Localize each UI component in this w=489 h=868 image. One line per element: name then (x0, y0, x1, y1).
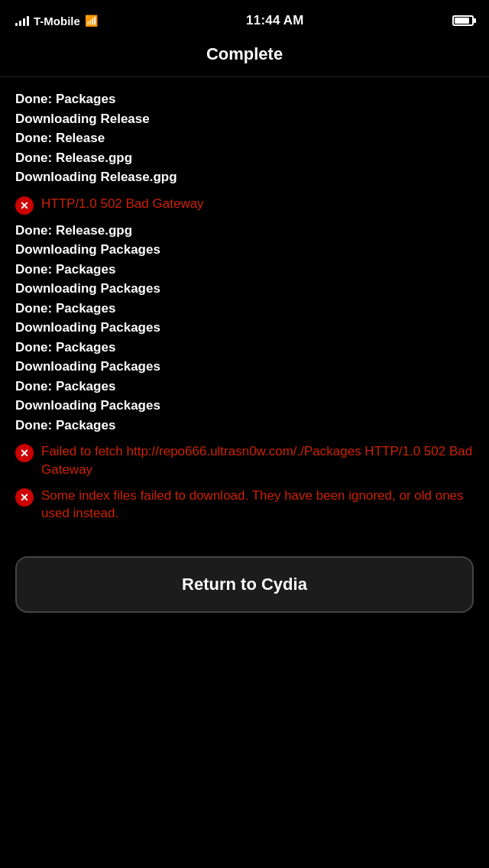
log-line: Done: Release (15, 128, 474, 148)
log-line: Done: Packages (15, 416, 474, 436)
log-line: Downloading Packages (15, 279, 474, 299)
carrier-label: T-Mobile (34, 15, 80, 28)
error-text-3: Some index files failed to download. The… (41, 487, 474, 523)
log-line: Downloading Packages (15, 318, 474, 338)
log-content: Done: Packages Downloading Release Done:… (0, 77, 489, 541)
log-section-1: Done: Packages Downloading Release Done:… (15, 89, 474, 187)
log-line: Done: Release.gpg (15, 221, 474, 241)
log-line: Downloading Release (15, 109, 474, 129)
error-icon-3 (15, 488, 34, 507)
error-icon-1 (15, 196, 34, 215)
error-text-1: HTTP/1.0 502 Bad Gateway (41, 195, 474, 213)
battery-icon (452, 15, 474, 26)
log-line: Downloading Packages (15, 357, 474, 377)
status-time: 11:44 AM (246, 13, 304, 28)
log-line: Done: Packages (15, 89, 474, 109)
status-left: T-Mobile 📶 (15, 15, 98, 28)
nav-header: Complete (0, 38, 489, 77)
log-line: Done: Packages (15, 338, 474, 358)
error-row-2: Failed to fetch http://repo666.ultrasn0w… (15, 442, 474, 479)
log-line: Done: Packages (15, 299, 474, 319)
log-line: Done: Release.gpg (15, 148, 474, 168)
wifi-icon: 📶 (85, 15, 98, 27)
error-icon-2 (15, 444, 34, 462)
log-line: Done: Packages (15, 260, 474, 280)
bottom-area: Return to Cydia (0, 541, 489, 643)
page-title: Complete (15, 44, 474, 64)
log-section-2: Done: Release.gpg Downloading Packages D… (15, 221, 474, 436)
battery-fill (455, 18, 469, 24)
status-right (452, 15, 474, 26)
error-row-3: Some index files failed to download. The… (15, 487, 474, 523)
log-line: Downloading Packages (15, 396, 474, 416)
error-row-1: HTTP/1.0 502 Bad Gateway (15, 195, 474, 215)
log-line: Done: Packages (15, 377, 474, 397)
log-line: Downloading Release.gpg (15, 167, 474, 187)
return-to-cydia-button[interactable]: Return to Cydia (15, 556, 474, 613)
status-bar: T-Mobile 📶 11:44 AM (0, 0, 489, 38)
error-text-2: Failed to fetch http://repo666.ultrasn0w… (41, 442, 474, 479)
log-line: Downloading Packages (15, 240, 474, 260)
signal-icon (15, 15, 29, 26)
